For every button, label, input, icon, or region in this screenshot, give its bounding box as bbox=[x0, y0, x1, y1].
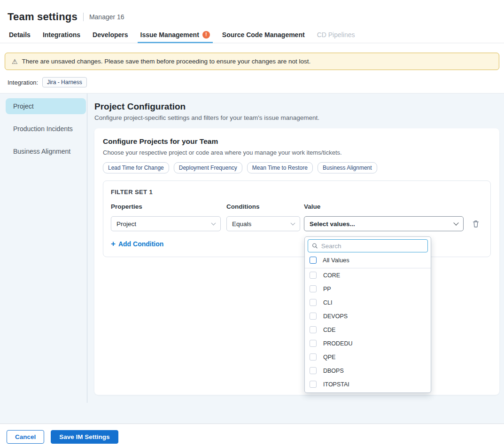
column-header-value: Value bbox=[304, 203, 464, 210]
filter-column-headers: Properties Conditions Value bbox=[111, 203, 483, 210]
tab-developers[interactable]: Developers bbox=[91, 26, 129, 43]
option-checkbox[interactable] bbox=[310, 285, 317, 292]
metric-tags: Lead Time for Change Deployment Frequenc… bbox=[103, 162, 491, 173]
option-label: DEVOPS bbox=[323, 313, 348, 320]
tab-label: Integrations bbox=[43, 31, 80, 39]
tab-label: Source Code Management bbox=[222, 31, 305, 39]
tag-business-alignment[interactable]: Business Alignment bbox=[318, 162, 377, 173]
sidebar-item-production-incidents[interactable]: Production Incidents bbox=[6, 121, 86, 137]
condition-select[interactable]: Equals bbox=[226, 216, 300, 231]
plus-icon: + bbox=[111, 240, 116, 248]
tab-label: Developers bbox=[93, 31, 128, 39]
tab-label: Details bbox=[9, 31, 31, 39]
search-icon bbox=[312, 243, 318, 249]
dropdown-option-prodedu[interactable]: PRODEDU bbox=[305, 337, 431, 350]
page-header: Team settings Manager 16 bbox=[0, 0, 504, 26]
dropdown-option-itopstai[interactable]: ITOPSTAI bbox=[305, 377, 431, 391]
section-title: Project Configuration bbox=[94, 102, 499, 112]
option-label: CDE bbox=[323, 327, 335, 333]
dropdown-option-pp[interactable]: PP bbox=[305, 282, 431, 296]
property-select[interactable]: Project bbox=[111, 216, 221, 231]
page-title: Team settings bbox=[8, 11, 78, 23]
option-checkbox[interactable] bbox=[310, 313, 317, 320]
tag-mean-time-to-restore[interactable]: Mean Time to Restore bbox=[247, 162, 313, 173]
sidebar-item-business-alignment[interactable]: Business Alignment bbox=[6, 143, 86, 159]
chevron-down-icon bbox=[291, 220, 295, 225]
chevron-down-icon bbox=[211, 220, 216, 225]
integration-label: Integration: bbox=[8, 79, 38, 86]
filter-set-1: FILTER SET 1 Properties Conditions Value… bbox=[103, 180, 491, 257]
option-checkbox[interactable] bbox=[310, 381, 317, 388]
tab-integrations[interactable]: Integrations bbox=[41, 26, 82, 43]
column-header-conditions: Conditions bbox=[226, 203, 300, 210]
integration-chip[interactable]: Jira - Harness bbox=[42, 77, 87, 87]
add-condition-label: Add Condition bbox=[118, 240, 163, 248]
option-checkbox[interactable] bbox=[310, 326, 317, 333]
delete-condition-button[interactable] bbox=[471, 219, 481, 229]
team-settings-page: Team settings Manager 16 Details Integra… bbox=[0, 0, 504, 447]
value-select-placeholder: Select values... bbox=[310, 220, 355, 227]
sidebar-divider bbox=[87, 94, 87, 403]
tab-details[interactable]: Details bbox=[8, 26, 32, 43]
option-label: ITOPSTAI bbox=[323, 381, 349, 388]
option-label: DBOPS bbox=[323, 368, 344, 374]
select-all-label: All Values bbox=[323, 257, 349, 264]
option-checkbox[interactable] bbox=[310, 340, 317, 347]
save-im-settings-button[interactable]: Save IM Settings bbox=[51, 430, 118, 444]
content-area: Project Production Incidents Business Al… bbox=[0, 94, 504, 423]
column-header-properties: Properties bbox=[111, 203, 221, 210]
section-subtitle: Configure project-specific settings and … bbox=[94, 114, 499, 121]
page-subtitle: Manager 16 bbox=[89, 13, 124, 21]
value-select[interactable]: Select values... bbox=[304, 216, 464, 231]
option-checkbox[interactable] bbox=[310, 272, 317, 279]
settings-sidebar: Project Production Incidents Business Al… bbox=[0, 94, 87, 423]
cancel-button[interactable]: Cancel bbox=[7, 430, 44, 444]
card-title: Configure Projects for your Team bbox=[103, 137, 491, 146]
sidebar-item-project[interactable]: Project bbox=[6, 98, 86, 114]
option-label: PP bbox=[323, 286, 331, 292]
title-divider bbox=[83, 13, 84, 21]
tab-bar: Details Integrations Developers Issue Ma… bbox=[0, 26, 504, 43]
tab-source-code-management[interactable]: Source Code Management bbox=[221, 26, 306, 43]
dropdown-option-pipe[interactable]: PIPE bbox=[305, 391, 431, 393]
trash-icon bbox=[472, 220, 480, 228]
card-description: Choose your respective project or code a… bbox=[103, 149, 491, 156]
banner-text: There are unsaved changes. Please save t… bbox=[22, 58, 311, 65]
dropdown-option-qpe[interactable]: QPE bbox=[305, 350, 431, 364]
tab-cd-pipelines: CD Pipelines bbox=[316, 26, 357, 43]
tag-deployment-frequency[interactable]: Deployment Frequency bbox=[174, 162, 242, 173]
dropdown-option-cde[interactable]: CDE bbox=[305, 323, 431, 337]
main-panel: Project Configuration Configure project-… bbox=[87, 94, 504, 423]
option-checkbox[interactable] bbox=[310, 367, 317, 374]
option-label: CORE bbox=[323, 272, 340, 279]
filter-condition-row: Project Equals Select values... bbox=[111, 216, 483, 231]
option-checkbox[interactable] bbox=[310, 353, 317, 361]
alert-badge-icon: ! bbox=[202, 31, 210, 39]
condition-select-value: Equals bbox=[232, 220, 251, 227]
search-input[interactable] bbox=[321, 243, 424, 250]
option-checkbox[interactable] bbox=[310, 299, 317, 306]
tab-label: CD Pipelines bbox=[317, 31, 355, 39]
filter-set-title: FILTER SET 1 bbox=[111, 188, 483, 196]
tag-lead-time-for-change[interactable]: Lead Time for Change bbox=[103, 162, 169, 173]
option-label: CLI bbox=[323, 299, 332, 306]
integration-row: Integration: Jira - Harness bbox=[0, 77, 504, 94]
chevron-down-icon bbox=[453, 220, 458, 225]
add-condition-button[interactable]: + Add Condition bbox=[111, 240, 163, 248]
footer-actions: Cancel Save IM Settings bbox=[0, 423, 504, 447]
dropdown-option-devops[interactable]: DEVOPS bbox=[305, 309, 431, 323]
dropdown-option-cli[interactable]: CLI bbox=[305, 296, 431, 309]
option-label: QPE bbox=[323, 354, 335, 361]
warning-icon: ⚠ bbox=[12, 58, 18, 65]
dropdown-option-dbops[interactable]: DBOPS bbox=[305, 364, 431, 377]
dropdown-option-core[interactable]: CORE bbox=[305, 268, 431, 282]
select-all-row[interactable]: All Values bbox=[305, 254, 431, 268]
dropdown-search-box[interactable] bbox=[308, 239, 428, 252]
option-label: PRODEDU bbox=[323, 340, 353, 347]
tab-issue-management[interactable]: Issue Management ! bbox=[139, 26, 211, 43]
unsaved-changes-banner: ⚠ There are unsaved changes. Please save… bbox=[5, 53, 499, 70]
tab-label: Issue Management bbox=[140, 31, 199, 39]
value-select-dropdown: All Values CORE PP bbox=[304, 236, 431, 393]
select-all-checkbox[interactable] bbox=[310, 257, 317, 264]
property-select-value: Project bbox=[116, 220, 136, 227]
